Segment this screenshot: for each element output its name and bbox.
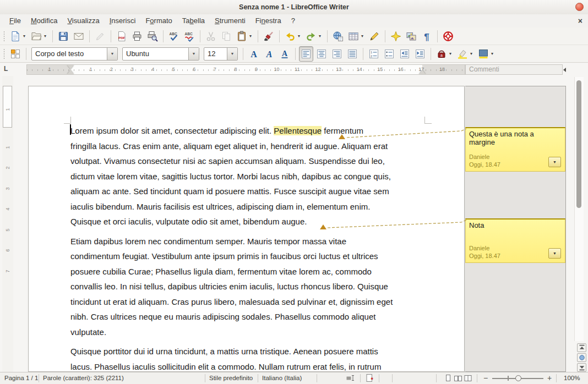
hyperlink-button[interactable] bbox=[331, 29, 345, 44]
word-count-field[interactable]: Parole (caratteri): 325 (2211) bbox=[43, 372, 124, 384]
align-left-button[interactable] bbox=[299, 46, 313, 62]
font-color-button[interactable]: a▾ bbox=[434, 46, 454, 62]
language-field[interactable]: Italiano (Italia) bbox=[262, 372, 302, 384]
align-right-button[interactable] bbox=[330, 46, 344, 62]
menu-item-modifica[interactable]: Modifica bbox=[26, 14, 62, 28]
comments-ruler-button[interactable]: Commenti bbox=[465, 64, 563, 75]
comment-menu-button[interactable]: ▼ bbox=[548, 157, 561, 167]
menu-item-visualizza[interactable]: Visualizza bbox=[62, 14, 104, 28]
left-indent-marker[interactable] bbox=[67, 70, 74, 74]
paragraph-style-value[interactable]: Corpo del testo bbox=[32, 48, 107, 60]
combo-dropdown-icon[interactable]: ▼ bbox=[188, 48, 199, 60]
tab-stop-selector-icon[interactable]: L bbox=[4, 65, 12, 73]
book-view-icon[interactable] bbox=[464, 374, 472, 382]
navigator-button[interactable] bbox=[389, 29, 403, 44]
paragraph-background-button[interactable]: ▾ bbox=[476, 46, 496, 62]
dropdown-caret-icon[interactable]: ▾ bbox=[490, 51, 494, 56]
open-button[interactable]: ▾ bbox=[29, 29, 49, 44]
comment-anchor-highlight[interactable]: Pellentesque bbox=[274, 126, 322, 135]
gallery-button[interactable] bbox=[404, 29, 418, 44]
vertical-scrollbar-thumb[interactable] bbox=[576, 80, 581, 208]
combo-dropdown-icon[interactable]: ▼ bbox=[227, 48, 237, 60]
clone-formatting-button[interactable] bbox=[262, 29, 276, 44]
menu-item-formato[interactable]: Formato bbox=[140, 14, 177, 28]
single-page-view-icon[interactable] bbox=[444, 374, 453, 382]
justify-button[interactable] bbox=[345, 46, 360, 62]
decrease-indent-button[interactable] bbox=[398, 46, 412, 62]
toolbar-grip[interactable] bbox=[3, 48, 5, 59]
first-line-indent-marker[interactable] bbox=[67, 65, 74, 69]
dropdown-caret-icon[interactable]: ▾ bbox=[448, 51, 453, 56]
formatting-marks-button[interactable]: ¶ bbox=[420, 29, 434, 44]
zoom-in-button[interactable]: + bbox=[547, 372, 552, 384]
comment-anchor-icon[interactable] bbox=[320, 224, 326, 229]
dropdown-caret-icon[interactable]: ▾ bbox=[297, 34, 301, 39]
save-button[interactable] bbox=[56, 29, 70, 44]
font-name-combo[interactable]: Ubuntu ▼ bbox=[122, 47, 199, 61]
export-pdf-button[interactable]: PDF bbox=[115, 29, 129, 44]
margin-comment[interactable]: Nota Daniele Oggi, 18.47 ▼ bbox=[465, 218, 565, 263]
italic-button[interactable]: A bbox=[262, 46, 276, 62]
page-number-field[interactable]: Pagina 1 / 1 bbox=[4, 372, 38, 384]
comment-text[interactable]: Questa è una nota a margine bbox=[466, 128, 565, 148]
dropdown-caret-icon[interactable]: ▾ bbox=[318, 34, 322, 39]
menu-item-help[interactable]: ? bbox=[286, 14, 300, 28]
comment-anchor-icon[interactable] bbox=[339, 134, 345, 139]
paragraph-style-combo[interactable]: Corpo del testo ▼ bbox=[31, 47, 118, 61]
spelling-button[interactable]: ABC bbox=[167, 29, 181, 44]
insert-mode-icon[interactable] bbox=[346, 374, 355, 382]
sidebar-toggle-button[interactable] bbox=[8, 46, 23, 62]
ordered-list-button[interactable]: 12 bbox=[367, 46, 381, 62]
margin-comment[interactable]: Questa è una nota a margine Daniele Oggi… bbox=[465, 127, 565, 172]
zoom-slider-thumb[interactable] bbox=[515, 375, 521, 381]
bold-button[interactable]: A bbox=[247, 46, 261, 62]
email-document-button[interactable] bbox=[72, 29, 86, 44]
combo-dropdown-icon[interactable]: ▼ bbox=[107, 48, 117, 60]
dropdown-caret-icon[interactable]: ▾ bbox=[469, 51, 473, 56]
navigation-button[interactable] bbox=[577, 353, 586, 362]
menu-item-strumenti[interactable]: Strumenti bbox=[210, 14, 251, 28]
document-text[interactable]: Lorem ipsum dolor sit amet, consectetur … bbox=[70, 123, 426, 372]
align-center-button[interactable] bbox=[314, 46, 329, 62]
paste-button[interactable]: ▾ bbox=[235, 29, 254, 44]
print-button[interactable] bbox=[130, 29, 144, 44]
comment-text[interactable]: Nota bbox=[466, 220, 565, 231]
unordered-list-button[interactable] bbox=[382, 46, 396, 62]
document-page[interactable]: Lorem ipsum dolor sit amet, consectetur … bbox=[28, 86, 465, 372]
dropdown-caret-icon[interactable]: ▾ bbox=[248, 34, 253, 39]
highlighting-button[interactable]: ▾ bbox=[455, 46, 475, 62]
draw-functions-button[interactable] bbox=[367, 29, 382, 44]
undo-button[interactable]: ▾ bbox=[283, 29, 303, 44]
font-size-value[interactable]: 12 bbox=[204, 48, 227, 60]
font-size-combo[interactable]: 12 ▼ bbox=[204, 47, 238, 61]
horizontal-ruler[interactable]: 1123456789101112131415161718 bbox=[26, 64, 465, 75]
toolbar-grip[interactable] bbox=[3, 31, 5, 42]
document-modified-icon[interactable]: * bbox=[365, 374, 374, 382]
increase-indent-button[interactable] bbox=[413, 46, 427, 62]
menu-item-inserisci[interactable]: Inserisci bbox=[105, 14, 141, 28]
dropdown-caret-icon[interactable]: ▾ bbox=[360, 34, 364, 39]
dropdown-caret-icon[interactable]: ▾ bbox=[43, 34, 47, 39]
right-indent-marker[interactable] bbox=[419, 70, 426, 74]
menu-item-file[interactable]: File bbox=[4, 14, 26, 28]
zoom-level-field[interactable]: 100% bbox=[564, 372, 580, 384]
menu-item-finestra[interactable]: Finestra bbox=[251, 14, 286, 28]
page-style-field[interactable]: Stile predefinito bbox=[209, 372, 253, 384]
comment-menu-button[interactable]: ▼ bbox=[548, 248, 561, 259]
next-page-button[interactable] bbox=[577, 363, 586, 372]
dropdown-caret-icon[interactable]: ▾ bbox=[22, 34, 26, 39]
page-preview-button[interactable] bbox=[145, 29, 160, 44]
zoom-out-button[interactable]: − bbox=[483, 372, 488, 384]
previous-page-button[interactable] bbox=[577, 343, 586, 352]
close-document-button[interactable]: × bbox=[578, 14, 582, 28]
multi-page-view-icon[interactable] bbox=[454, 374, 462, 382]
vertical-ruler[interactable]: 11234567 bbox=[2, 76, 13, 372]
auto-spellcheck-button[interactable]: ABC bbox=[182, 29, 197, 44]
new-document-button[interactable]: ▾ bbox=[8, 29, 28, 44]
table-button[interactable]: ▾ bbox=[346, 29, 366, 44]
underline-button[interactable]: A bbox=[277, 46, 292, 62]
redo-button[interactable]: ▾ bbox=[304, 29, 324, 44]
menu-item-tabella[interactable]: Tabella bbox=[177, 14, 210, 28]
font-name-value[interactable]: Ubuntu bbox=[123, 48, 188, 60]
help-button[interactable] bbox=[441, 29, 455, 44]
